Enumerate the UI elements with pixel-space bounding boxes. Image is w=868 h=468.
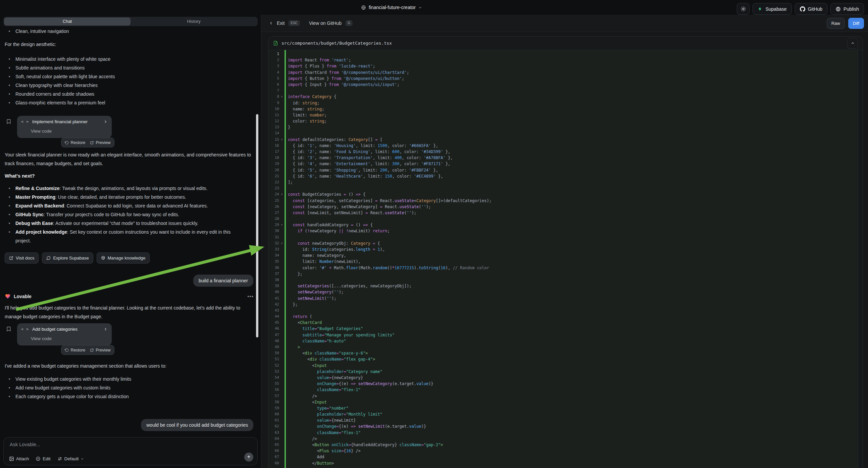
code-text: <Input bbox=[284, 362, 327, 369]
preview-button[interactable]: Preview bbox=[90, 140, 111, 145]
code-line: 58 <Input bbox=[269, 399, 858, 405]
restore-icon bbox=[65, 141, 69, 145]
fold-spacer bbox=[279, 399, 284, 405]
code-text: limit: Number(newLimit), bbox=[284, 259, 361, 265]
fold-chevron-icon[interactable]: ∨ bbox=[279, 137, 284, 143]
attach-button[interactable]: Attach bbox=[9, 456, 29, 461]
code-line: 29∨ const handleAddCategory = () => { bbox=[269, 222, 858, 228]
chat-scrollbar[interactable] bbox=[256, 114, 258, 338]
github-button[interactable]: GitHub bbox=[795, 3, 828, 15]
line-number: 64 bbox=[269, 436, 279, 442]
line-number: 25 bbox=[269, 198, 279, 204]
code-text: setNewLimit(''); bbox=[284, 295, 337, 301]
fold-spacer bbox=[279, 423, 284, 429]
fold-spacer bbox=[279, 405, 284, 411]
view-on-github-link[interactable]: View on GitHub bbox=[309, 21, 342, 26]
send-button[interactable] bbox=[244, 452, 253, 462]
fold-spacer bbox=[279, 283, 284, 289]
version-card-header[interactable]: < > Add budget categories bbox=[21, 327, 108, 332]
collapse-file-button[interactable] bbox=[847, 38, 858, 49]
restore-button[interactable]: Restore bbox=[65, 348, 85, 352]
line-number: 31 bbox=[269, 234, 279, 240]
version-card-add-budget-categories[interactable]: < > Add budget categories View code bbox=[17, 323, 112, 346]
code-line: 25 const [categories, setCategories] = R… bbox=[269, 198, 858, 204]
fold-spacer bbox=[279, 82, 284, 88]
exit-button[interactable]: Exit bbox=[277, 21, 284, 26]
supabase-button[interactable]: Supabase bbox=[752, 3, 792, 15]
code-text: ]; bbox=[284, 179, 292, 185]
code-view-panel: Exit ESC View on GitHub G Raw Diff src/c… bbox=[261, 15, 868, 468]
view-code-link[interactable]: View code bbox=[31, 336, 52, 341]
arrow-up-icon bbox=[247, 455, 251, 459]
line-number: 51 bbox=[269, 356, 279, 362]
fold-spacer bbox=[279, 179, 284, 185]
external-link-icon bbox=[90, 348, 94, 352]
chevron-right-icon bbox=[103, 327, 108, 331]
code-line: 5import { Button } from '@/components/ui… bbox=[269, 76, 858, 82]
fold-spacer bbox=[279, 57, 284, 63]
file-header[interactable]: src/components/budget/BudgetCategories.t… bbox=[269, 37, 863, 50]
bookmark-icon[interactable] bbox=[6, 326, 11, 332]
code-line: 43 bbox=[269, 308, 858, 314]
publish-button[interactable]: Publish bbox=[830, 3, 864, 15]
line-number: 4 bbox=[269, 69, 279, 76]
version-card-implement-financial-planner[interactable]: < > Implement financial planner View cod… bbox=[17, 116, 112, 138]
settings-button[interactable] bbox=[737, 3, 750, 15]
bookmark-icon[interactable] bbox=[6, 118, 11, 125]
code-text: /> bbox=[284, 393, 317, 399]
code-line: 15∨const defaultCategories: Category[] =… bbox=[269, 137, 858, 143]
fold-spacer bbox=[279, 88, 284, 94]
code-text: placeholder="Category name" bbox=[284, 369, 382, 375]
fold-spacer bbox=[279, 362, 284, 369]
assistant-name: Lovable bbox=[14, 294, 32, 299]
fold-chevron-icon[interactable]: ∨ bbox=[279, 94, 284, 100]
project-switcher[interactable]: financial-future-creator bbox=[361, 0, 422, 15]
diff-button[interactable]: Diff bbox=[848, 18, 864, 29]
model-selector[interactable]: Default bbox=[57, 456, 84, 461]
fold-spacer bbox=[279, 69, 284, 76]
code-text: name: newCategory, bbox=[284, 253, 346, 259]
bullet-dot bbox=[9, 58, 10, 60]
edit-mode-button[interactable]: Edit bbox=[36, 456, 50, 461]
raw-button[interactable]: Raw bbox=[827, 18, 845, 29]
code-line: 63 className="flex-1" bbox=[269, 430, 858, 436]
explore-supabase-button[interactable]: Explore Supabase bbox=[42, 253, 93, 264]
chat-input[interactable] bbox=[9, 441, 212, 447]
supabase-icon bbox=[757, 6, 763, 11]
message-options-button[interactable]: ••• bbox=[247, 293, 254, 299]
list-item: Refine & Customize: Tweak the design, an… bbox=[0, 184, 254, 193]
code-body[interactable]: 12import React from 'react';3import { Pl… bbox=[269, 50, 863, 468]
code-line: 57 /> bbox=[269, 393, 858, 399]
fold-chevron-icon[interactable]: ∨ bbox=[279, 192, 284, 197]
restore-button[interactable]: Restore bbox=[65, 140, 85, 145]
code-text bbox=[284, 51, 288, 57]
list-item-text: Clean typography with clear hierarchies bbox=[16, 83, 98, 88]
preview-button[interactable]: Preview bbox=[90, 348, 111, 352]
tab-history[interactable]: History bbox=[130, 18, 257, 26]
tab-chat[interactable]: Chat bbox=[4, 18, 130, 26]
bullet-dot bbox=[9, 102, 10, 104]
code-scrollbar[interactable] bbox=[858, 50, 863, 468]
fold-chevron-icon[interactable]: ∨ bbox=[279, 222, 284, 228]
manage-knowledge-button[interactable]: Manage knowledge bbox=[97, 253, 150, 264]
code-line: 18 { id: '3', name: 'Transportation', li… bbox=[269, 155, 858, 161]
list-item: GitHub Sync: Transfer your project's cod… bbox=[0, 210, 254, 219]
fold-chevron-icon[interactable]: ∨ bbox=[279, 240, 284, 246]
list-item-text: Debug with Ease: Activate our experiment… bbox=[16, 221, 198, 226]
code-text: value={newLimit} bbox=[284, 417, 355, 423]
version-card-header[interactable]: < > Implement financial planner bbox=[21, 119, 108, 124]
code-line: 19 { id: '4', name: 'Entertainment', lim… bbox=[269, 161, 858, 167]
visit-docs-button[interactable]: Visit docs bbox=[5, 253, 39, 264]
line-number: 49 bbox=[269, 344, 279, 350]
fold-spacer bbox=[279, 393, 284, 399]
code-line: 50 <div className="space-y-6"> bbox=[269, 350, 858, 356]
code-line: 20 { id: '5', name: 'Shopping', limit: 2… bbox=[269, 167, 858, 173]
g-shortcut-badge: G bbox=[346, 21, 352, 26]
assistant-header: Lovable ••• bbox=[5, 293, 254, 299]
view-code-link[interactable]: View code bbox=[31, 128, 52, 134]
list-item: Debug with Ease: Activate our experiment… bbox=[0, 219, 254, 228]
code-text: setNewCategory(''); bbox=[284, 289, 344, 295]
fold-spacer bbox=[279, 369, 284, 375]
bullet-dot bbox=[9, 231, 10, 233]
assistant-summary: Your sleek financial planner is now read… bbox=[5, 150, 254, 168]
